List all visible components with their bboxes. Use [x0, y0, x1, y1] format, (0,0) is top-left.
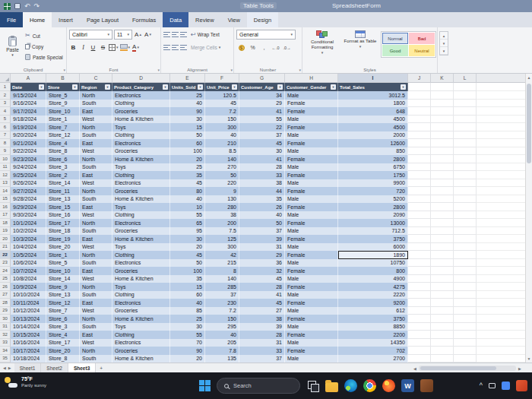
cell-B27[interactable]: Store_13	[46, 291, 80, 299]
cell-H11[interactable]: Male	[285, 163, 338, 172]
cell-F30[interactable]: 150	[205, 315, 239, 323]
cell-G17[interactable]: 40	[239, 211, 285, 220]
row-header-14[interactable]: 14	[0, 187, 11, 195]
cell-D17[interactable]: Clothing	[112, 211, 170, 220]
cell-J13[interactable]	[408, 179, 431, 188]
row-header-6[interactable]: 6	[0, 123, 11, 131]
cell-E23[interactable]: 50	[170, 259, 205, 268]
column-header-D[interactable]: D	[112, 74, 170, 83]
tab-data[interactable]: Data	[163, 12, 188, 27]
cell-C16[interactable]: East	[80, 203, 112, 211]
cell-I26[interactable]: 4275	[338, 283, 408, 291]
cell-A31[interactable]: 10/14/2024	[11, 323, 46, 331]
filter-dropdown-icon[interactable]: ▼	[72, 84, 78, 90]
column-header-K[interactable]: K	[431, 74, 454, 83]
cell-I8[interactable]: 12600	[338, 139, 408, 147]
row-header-33[interactable]: 33	[0, 339, 11, 347]
header-store[interactable]: Store▼	[46, 83, 80, 91]
cell-C33[interactable]: West	[80, 339, 112, 347]
cell-K23[interactable]	[431, 259, 454, 268]
cell-L27[interactable]	[454, 291, 477, 299]
row-header-28[interactable]: 28	[0, 299, 11, 307]
gallery-scroll-up-icon[interactable]: ▴	[440, 32, 448, 40]
cell-L29[interactable]	[454, 307, 477, 315]
cell-D23[interactable]: Electronics	[112, 259, 170, 268]
cell-K19[interactable]	[431, 227, 454, 236]
cell-I23[interactable]: 10750	[338, 259, 408, 268]
cell-K29[interactable]	[431, 307, 454, 315]
row-header-31[interactable]: 31	[0, 323, 11, 331]
cell-K8[interactable]	[431, 139, 454, 147]
cell-H22[interactable]: Female	[285, 251, 338, 259]
cell-J23[interactable]	[408, 259, 431, 268]
cell-A11[interactable]: 9/24/2024	[11, 163, 46, 172]
row-header-3[interactable]: 3	[0, 100, 11, 108]
cell-I28[interactable]: 9200	[338, 299, 408, 307]
header-total_sales[interactable]: Total_Sales▼	[338, 83, 408, 91]
cell-A8[interactable]: 9/21/2024	[11, 139, 46, 147]
edge-browser-icon[interactable]	[344, 379, 357, 392]
start-button[interactable]	[199, 380, 211, 391]
cell-G3[interactable]: 29	[239, 100, 285, 108]
cell-K16[interactable]	[431, 203, 454, 211]
cell-K24[interactable]	[431, 267, 454, 275]
cell-I35[interactable]: 2700	[338, 355, 408, 363]
cell-G2[interactable]: 34	[239, 91, 285, 100]
cell-E33[interactable]: 70	[170, 339, 205, 347]
cell-J7[interactable]	[408, 131, 431, 140]
filter-dropdown-icon[interactable]: ▼	[232, 84, 237, 90]
cell-E16[interactable]: 10	[170, 203, 205, 211]
cell-B32[interactable]: Store_4	[46, 331, 80, 339]
cell-I21[interactable]: 6000	[338, 243, 408, 252]
cell-I20[interactable]: 3750	[338, 235, 408, 243]
cell-B19[interactable]: Store_18	[46, 227, 80, 236]
copy-button[interactable]: Copy	[25, 42, 63, 51]
cell-H14[interactable]: Female	[285, 187, 338, 195]
cell-K30[interactable]	[431, 315, 454, 323]
filter-dropdown-icon[interactable]: ▼	[331, 84, 336, 90]
cell-K1[interactable]	[431, 83, 454, 91]
cell-L18[interactable]	[454, 219, 477, 227]
font-size-combo[interactable]: 11 ▾	[114, 30, 132, 40]
cell-I9[interactable]: 850	[338, 147, 408, 156]
cell-F14[interactable]: 9	[205, 187, 239, 195]
row-header-16[interactable]: 16	[0, 203, 11, 211]
row-header-11[interactable]: 11	[0, 163, 11, 172]
cell-C31[interactable]: South	[80, 323, 112, 331]
cell-H21[interactable]: Male	[285, 243, 338, 252]
cell-L26[interactable]	[454, 283, 477, 291]
cell-D27[interactable]: Clothing	[112, 291, 170, 299]
vertical-scrollbar[interactable]: ▲ ▼	[525, 74, 532, 363]
cell-E15[interactable]: 40	[170, 195, 205, 204]
cell-I27[interactable]: 2220	[338, 291, 408, 299]
cell-B11[interactable]: Store_3	[46, 163, 80, 172]
conditional-formatting-button[interactable]: Conditional Formatting ▾	[305, 30, 340, 55]
tab-view[interactable]: View	[221, 12, 247, 27]
cell-B26[interactable]: Store_9	[46, 283, 80, 291]
cell-F9[interactable]: 8.5	[205, 147, 239, 156]
cell-I24[interactable]: 800	[338, 267, 408, 275]
cell-J24[interactable]	[408, 267, 431, 275]
cell-E30[interactable]: 25	[170, 315, 205, 323]
column-header-I[interactable]: I	[338, 74, 408, 83]
filter-dropdown-icon[interactable]: ▼	[277, 84, 283, 90]
header-product_category[interactable]: Product_Category▼	[112, 83, 170, 91]
cell-F16[interactable]: 280	[205, 203, 239, 211]
cell-J12[interactable]	[408, 171, 431, 179]
cell-C29[interactable]: West	[80, 307, 112, 315]
cell-J11[interactable]	[408, 163, 431, 172]
cell-E24[interactable]: 100	[170, 267, 205, 275]
cell-H24[interactable]: Female	[285, 267, 338, 275]
cell-L19[interactable]	[454, 227, 477, 236]
row-header-29[interactable]: 29	[0, 307, 11, 315]
cell-C7[interactable]: South	[80, 131, 112, 140]
cell-L23[interactable]	[454, 259, 477, 268]
tab-review[interactable]: Review	[188, 12, 221, 27]
word-app-icon[interactable]: W	[401, 379, 414, 392]
cell-J35[interactable]	[408, 355, 431, 363]
cell-L20[interactable]	[454, 235, 477, 243]
cell-F24[interactable]: 8	[205, 267, 239, 275]
header-unit_price[interactable]: Unit_Price▼	[205, 83, 239, 91]
cell-B18[interactable]: Store_17	[46, 219, 80, 227]
cell-I30[interactable]: 3750	[338, 315, 408, 323]
